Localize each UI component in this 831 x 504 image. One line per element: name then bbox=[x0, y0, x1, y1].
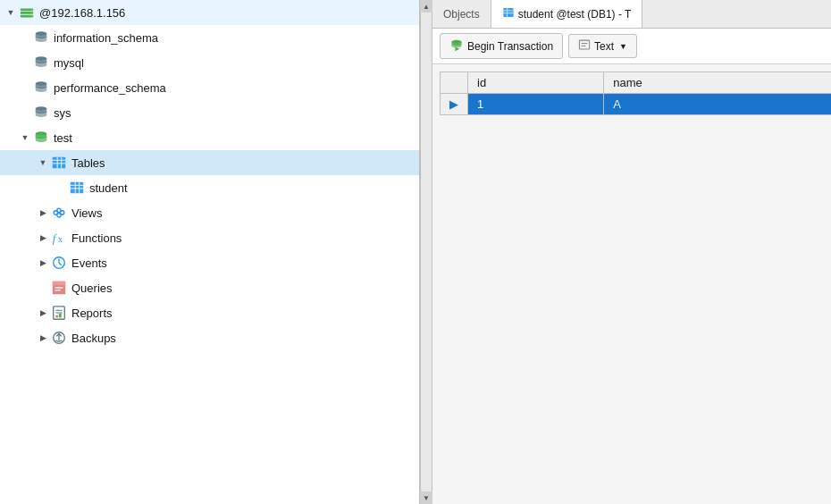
label-test: test bbox=[54, 131, 72, 145]
label-backups: Backups bbox=[71, 332, 116, 345]
events-icon bbox=[50, 254, 68, 272]
label-reports: Reports bbox=[71, 307, 113, 320]
db-icon-information-schema bbox=[32, 29, 50, 46]
tree-tables[interactable]: Tables bbox=[0, 150, 419, 175]
right-panel: Objects student @test (DB1) - T bbox=[432, 0, 831, 504]
svg-rect-16 bbox=[71, 182, 83, 194]
text-label: Text bbox=[594, 40, 614, 53]
cell-id: 1 bbox=[468, 94, 604, 115]
queries-icon bbox=[50, 279, 68, 297]
svg-text:f: f bbox=[53, 232, 57, 245]
chevron-events bbox=[36, 256, 50, 270]
label-information-schema: information_schema bbox=[54, 31, 158, 45]
label-sys: sys bbox=[54, 106, 71, 120]
chevron-server bbox=[4, 5, 18, 20]
db-icon-test bbox=[32, 129, 50, 147]
svg-point-4 bbox=[31, 13, 33, 14]
tree-mysql[interactable]: mysql bbox=[0, 50, 419, 75]
tree-views[interactable]: Views bbox=[0, 200, 419, 225]
svg-rect-11 bbox=[53, 157, 65, 169]
db-icon-mysql bbox=[32, 54, 50, 71]
tree-events[interactable]: Events bbox=[0, 250, 419, 275]
text-icon bbox=[578, 38, 591, 54]
chevron-reports bbox=[36, 306, 50, 320]
server-label: @192.168.1.156 bbox=[39, 6, 125, 20]
label-mysql: mysql bbox=[54, 56, 84, 70]
svg-point-24 bbox=[57, 213, 62, 217]
label-events: Events bbox=[71, 256, 107, 270]
reports-icon bbox=[50, 304, 68, 322]
text-dropdown-arrow: ▼ bbox=[619, 42, 627, 51]
label-functions: Functions bbox=[71, 231, 122, 245]
col-header-id: id bbox=[468, 72, 604, 94]
tab-student-icon bbox=[502, 6, 515, 21]
svg-rect-38 bbox=[59, 314, 62, 318]
chevron-views bbox=[36, 206, 50, 220]
table-row[interactable]: ▶ 1 A bbox=[441, 94, 832, 115]
tree-test[interactable]: test bbox=[0, 125, 419, 150]
tab-bar: Objects student @test (DB1) - T bbox=[432, 0, 831, 29]
svg-point-5 bbox=[31, 15, 33, 17]
row-indicator-header bbox=[441, 72, 468, 94]
label-tables: Tables bbox=[71, 156, 105, 170]
svg-point-3 bbox=[31, 9, 33, 11]
col-header-name: name bbox=[604, 72, 831, 94]
data-table: id name ▶ 1 A bbox=[440, 71, 831, 115]
chevron-test bbox=[18, 130, 32, 145]
chevron-functions bbox=[36, 231, 50, 245]
panel-divider: ▲ ▼ bbox=[420, 0, 432, 504]
toolbar: Begin Transaction Text ▼ bbox=[432, 29, 831, 64]
chevron-tables bbox=[36, 155, 50, 170]
svg-text:x: x bbox=[58, 234, 63, 244]
label-student: student bbox=[89, 181, 128, 195]
tab-objects[interactable]: Objects bbox=[432, 0, 491, 28]
tree-reports[interactable]: Reports bbox=[0, 300, 419, 325]
begin-transaction-label: Begin Transaction bbox=[467, 40, 553, 53]
tab-student-label: student @test (DB1) - T bbox=[518, 8, 632, 21]
views-icon bbox=[50, 204, 68, 222]
db-icon-performance bbox=[32, 79, 50, 97]
server-icon bbox=[18, 4, 36, 21]
row-pointer: ▶ bbox=[441, 94, 468, 115]
tab-student[interactable]: student @test (DB1) - T bbox=[491, 0, 643, 28]
svg-rect-37 bbox=[55, 315, 58, 318]
functions-icon: f x bbox=[50, 229, 68, 247]
label-views: Views bbox=[71, 206, 102, 220]
cell-name: A bbox=[604, 94, 831, 115]
tree-server[interactable]: @192.168.1.156 bbox=[0, 0, 419, 25]
svg-rect-46 bbox=[579, 40, 589, 49]
table-header-row: id name bbox=[441, 72, 832, 94]
label-performance-schema: performance_schema bbox=[54, 81, 166, 95]
db-play-icon bbox=[449, 38, 464, 55]
tree-backups[interactable]: Backups bbox=[0, 325, 419, 350]
student-table-icon bbox=[68, 179, 86, 197]
data-table-area: id name ▶ 1 A bbox=[432, 64, 831, 504]
scroll-up-arrow[interactable]: ▲ bbox=[420, 0, 432, 13]
backups-icon bbox=[50, 329, 68, 347]
scroll-down-arrow[interactable]: ▼ bbox=[420, 491, 432, 504]
tree-queries[interactable]: Queries bbox=[0, 275, 419, 300]
tree-functions[interactable]: f x Functions bbox=[0, 225, 419, 250]
tree-performance-schema[interactable]: performance_schema bbox=[0, 75, 419, 100]
chevron-backups bbox=[36, 331, 50, 345]
svg-line-29 bbox=[59, 263, 62, 265]
db-icon-sys bbox=[32, 104, 50, 122]
svg-rect-31 bbox=[53, 281, 65, 286]
tab-objects-label: Objects bbox=[443, 8, 480, 21]
tables-icon bbox=[50, 154, 68, 172]
tree-sys[interactable]: sys bbox=[0, 100, 419, 125]
begin-transaction-button[interactable]: Begin Transaction bbox=[440, 33, 563, 59]
svg-rect-40 bbox=[503, 8, 513, 17]
tree-information-schema[interactable]: information_schema bbox=[0, 25, 419, 50]
svg-point-23 bbox=[57, 208, 62, 213]
tree-student[interactable]: student bbox=[0, 175, 419, 200]
tree-panel: @192.168.1.156 information_schema mysql bbox=[0, 0, 420, 504]
text-button[interactable]: Text ▼ bbox=[568, 34, 637, 58]
label-queries: Queries bbox=[71, 281, 113, 295]
